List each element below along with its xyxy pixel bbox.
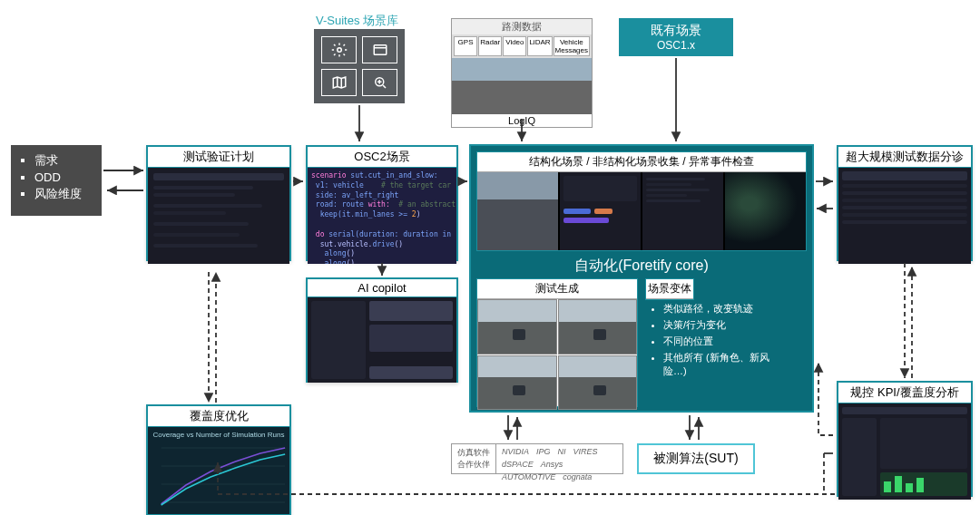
scenario-library-label: V-Suites 场景库: [316, 13, 398, 29]
sim-frame: [477, 299, 557, 355]
variant-item: 类似路径，改变轨迹: [663, 302, 790, 316]
partner-logo: dSPACE: [502, 460, 534, 469]
structured-code-view: [642, 172, 723, 250]
coverage-optimization-panel: 覆盖度优化 Coverage vs Number of Simulation R…: [146, 404, 291, 515]
road-data-sensor-buttons: GPS Radar Video LiDAR Vehicle Messages: [452, 34, 592, 58]
gear-icon: [321, 36, 357, 63]
partner-logo: NVIDIA: [502, 447, 529, 456]
coverage-chart-inner-title: Coverage vs Number of Simulation Runs: [148, 427, 289, 439]
scenario-library-panel: [314, 29, 405, 103]
kpi-title: 规控 KPI/覆盖度分析: [838, 383, 971, 403]
partners-logos: NVIDIA IPG NI VIRES dSPACE Ansys AUTOMOT…: [496, 444, 622, 473]
svg-point-0: [337, 48, 341, 53]
input-item: 风险维度: [34, 186, 89, 202]
triage-panel: 超大规模测试数据分诊: [837, 145, 973, 261]
variant-item: 其他所有 (新角色、新风险…): [663, 351, 790, 378]
test-plan-screenshot: [148, 168, 289, 264]
partners-label: 仿真软件 合作伙伴: [452, 444, 496, 473]
variant-item: 不同的位置: [663, 335, 790, 348]
triage-screenshot: [838, 168, 971, 264]
variant-item: 决策/行为变化: [663, 318, 790, 332]
ai-copilot-panel: AI copilot: [306, 277, 458, 383]
existing-scenario-line2: OSC1.x: [657, 39, 695, 52]
test-plan-panel: 测试验证计划: [146, 145, 291, 261]
road-sensor-lidar-button[interactable]: LiDAR: [527, 36, 552, 56]
input-requirements-box: 需求 ODD 风险维度: [11, 145, 102, 216]
input-item: ODD: [34, 170, 89, 184]
partner-logo: VIRES: [573, 447, 598, 456]
road-sensor-radar-button[interactable]: Radar: [478, 36, 502, 56]
coverage-chart: Coverage vs Number of Simulation Runs: [148, 427, 289, 514]
foretify-core: 结构化场景 / 非结构化场景收集 / 异常事件检查 自动化(Foretify c…: [469, 144, 814, 413]
osc2-scenario-panel: OSC2场景 scenario sut.cut_in_and_slow: v1:…: [306, 145, 458, 261]
kpi-coverage-panel: 规控 KPI/覆盖度分析: [837, 381, 973, 497]
road-data-footer: LogIQ: [452, 114, 592, 127]
structured-timeline-view: [560, 172, 641, 250]
ai-copilot-screenshot: [308, 297, 456, 383]
test-plan-title: 测试验证计划: [148, 147, 289, 168]
partner-logo: AUTOMOTIVE: [502, 472, 555, 481]
osc2-code-block: scenario sut.cut_in_and_slow: v1: vehicl…: [308, 168, 456, 264]
structured-scenario-body: [477, 172, 806, 250]
triage-title: 超大规模测试数据分诊: [838, 147, 971, 168]
test-generation-panel: 测试生成: [476, 278, 638, 407]
structured-sim-view: [725, 172, 806, 250]
road-data-thumbnail: [452, 58, 592, 114]
sut-label: 被测算法(SUT): [653, 451, 738, 467]
structured-scenario-panel: 结构化场景 / 非结构化场景收集 / 异常事件检查: [476, 151, 807, 251]
existing-scenario-line1: 既有场景: [651, 23, 701, 39]
road-data-panel: 路测数据 GPS Radar Video LiDAR Vehicle Messa…: [451, 18, 593, 128]
partner-logo: cognata: [563, 472, 592, 481]
analysis-icon: [362, 69, 397, 96]
road-sensor-gps-button[interactable]: GPS: [454, 36, 477, 56]
sim-frame: [477, 355, 557, 411]
variants-title: 场景变体: [646, 279, 693, 299]
road-sensor-vehiclemsg-button[interactable]: Vehicle Messages: [554, 36, 590, 56]
input-item: 需求: [34, 152, 89, 169]
structured-scenario-title: 结构化场景 / 非结构化场景收集 / 异常事件检查: [477, 152, 806, 172]
ai-copilot-title: AI copilot: [308, 279, 456, 297]
partner-logo: Ansys: [541, 460, 564, 469]
svg-rect-1: [374, 45, 387, 55]
core-automation-title: 自动化(Foretify core): [471, 251, 812, 281]
test-gen-grid: [477, 299, 637, 410]
test-gen-title: 测试生成: [477, 279, 637, 299]
map-icon: [321, 69, 357, 96]
road-sensor-video-button[interactable]: Video: [503, 36, 526, 56]
structured-road-view: [477, 172, 558, 250]
scenario-variants-panel: 场景变体 纯回放 类似路径，改变轨迹 决策/行为变化 不同的位置 其他所有 (新…: [645, 278, 808, 388]
partner-logo: NI: [558, 447, 566, 456]
sut-box: 被测算法(SUT): [637, 443, 755, 474]
road-data-title: 路测数据: [452, 19, 592, 34]
simulation-partners-panel: 仿真软件 合作伙伴 NVIDIA IPG NI VIRES dSPACE Ans…: [451, 443, 623, 474]
kpi-screenshot: [838, 403, 971, 500]
scenario-card-icon: [362, 36, 397, 63]
existing-scenario-box: 既有场景 OSC1.x: [619, 18, 733, 56]
coverage-opt-title: 覆盖度优化: [148, 406, 289, 427]
sim-frame: [558, 355, 638, 411]
sim-frame: [558, 299, 638, 355]
osc2-title: OSC2场景: [308, 147, 456, 168]
partner-logo: IPG: [536, 447, 551, 456]
